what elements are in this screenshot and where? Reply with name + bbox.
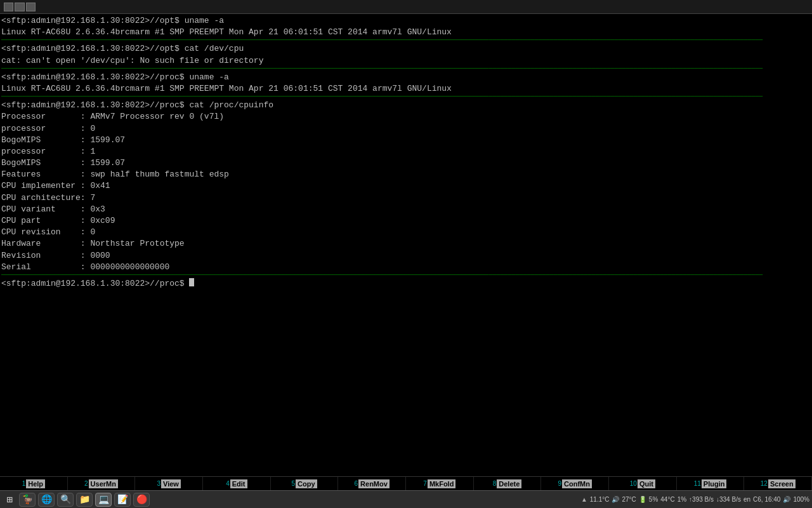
minimize-button[interactable] [4,3,13,11]
output-line: Linux RT-AC68U 2.6.36.4brcmarm #1 SMP PR… [0,83,812,95]
temperature-1: 11.1°C [590,496,610,503]
prompt-line: <sftp:admin@192.168.1.30:8022>//proc$ un… [0,72,812,83]
fkey-7[interactable]: 7MkFold [406,477,474,490]
fkey-1[interactable]: 1Help [0,477,68,490]
output-line: Revision : 0000 [0,250,812,262]
prompt-cursor-line: <sftp:admin@192.168.1.30:8022>//proc$ [0,278,812,290]
taskbar-app-files[interactable]: 📁 [76,493,93,507]
taskbar-app-browser[interactable]: 🌐 [38,493,55,507]
output-line: BogoMIPS : 1599.07 [0,157,812,169]
network-arrows: ▲ [581,496,587,503]
net-download-speed: ↓334 B/s [716,496,741,503]
fkey-11[interactable]: 11Plugin [677,477,745,490]
battery-percent: 5% [649,496,658,503]
output-line: Linux RT-AC68U 2.6.36.4brcmarm #1 SMP PR… [0,27,812,38]
zoom-level: 100% [793,496,809,503]
prompt-line: <sftp:admin@192.168.1.30:8022>//opt$ una… [0,15,812,27]
fkey-3[interactable]: 3View [135,477,203,490]
output-line: CPU variant : 0x3 [0,204,812,215]
taskbar-app-text-editor[interactable]: 📝 [114,493,131,507]
taskbar-app-app[interactable]: 🔴 [133,493,150,507]
maximize-button[interactable] [15,3,24,11]
output-line: Serial : 0000000000000000 [0,262,812,273]
separator-line: ────────────────────────────────────────… [0,273,812,278]
grid-menu-button[interactable]: ⊞ [3,493,16,507]
cpu-percent: 1% [678,496,686,503]
close-button[interactable] [26,3,36,11]
net-upload-speed: ↑393 B/s [689,496,714,503]
fkey-10[interactable]: 10Quit [609,477,677,490]
output-line: cat: can't open '/dev/cpu': No such file… [0,55,812,67]
taskbar: ⊞ 🦆🌐🔍📁💻📝🔴 ▲11.1°C🔊27°C🔋5%44°C1%↑393 B/s↓… [0,490,812,508]
terminal-area[interactable]: <sftp:admin@192.168.1.30:8022>//opt$ una… [0,14,812,476]
function-key-bar: 1Help2UserMn3View4Edit5Copy6RenMov7MkFol… [0,476,812,490]
prompt-line: <sftp:admin@192.168.1.30:8022>//opt$ cat… [0,43,812,55]
temperature-2: 27°C [622,496,636,503]
fkey-9[interactable]: 9ConfMn [541,477,609,490]
fkey-12[interactable]: 12Screen [744,477,812,490]
taskbar-app-terminal[interactable]: 💻 [95,493,112,507]
fkey-6[interactable]: 6RenMov [338,477,406,490]
fkey-4[interactable]: 4Edit [203,477,271,490]
output-line: processor : 0 [0,123,812,135]
battery-icon: 🔋 [639,496,646,503]
volume-icon[interactable]: 🔊 [612,496,619,503]
cursor-position-time: C6, 16:40 [753,496,780,503]
output-line: Features : swp half thumb fastmult edsp [0,169,812,180]
prompt-line: <sftp:admin@192.168.1.30:8022>//proc$ ca… [0,100,812,111]
separator-line: ────────────────────────────────────────… [0,95,812,100]
output-line: CPU architecture: 7 [0,192,812,204]
taskbar-apps: 🦆🌐🔍📁💻📝🔴 [19,493,579,507]
output-line: CPU part : 0xc09 [0,215,812,227]
output-line: processor : 1 [0,146,812,157]
fkey-2[interactable]: 2UserMn [68,477,136,490]
fkey-8[interactable]: 8Delete [474,477,542,490]
output-line: BogoMIPS : 1599.07 [0,135,812,146]
separator-line: ────────────────────────────────────────… [0,67,812,72]
output-line: CPU implementer : 0x41 [0,180,812,192]
output-line: Hardware : Northstar Prototype [0,238,812,250]
separator-line: ────────────────────────────────────────… [0,38,812,43]
cursor [189,278,194,286]
keyboard-layout: en [743,496,750,503]
temperature-3: 44°C [660,496,674,503]
fkey-5[interactable]: 5Copy [271,477,339,490]
title-bar [0,0,812,14]
output-line: CPU revision : 0 [0,227,812,238]
audio-button[interactable]: 🔊 [783,496,790,503]
output-line: Processor : ARMv7 Processor rev 0 (v7l) [0,111,812,123]
taskbar-app-search[interactable]: 🔍 [57,493,74,507]
taskbar-app-qbittorrent[interactable]: 🦆 [19,493,36,507]
system-tray: ▲11.1°C🔊27°C🔋5%44°C1%↑393 B/s↓334 B/senC… [581,496,809,503]
